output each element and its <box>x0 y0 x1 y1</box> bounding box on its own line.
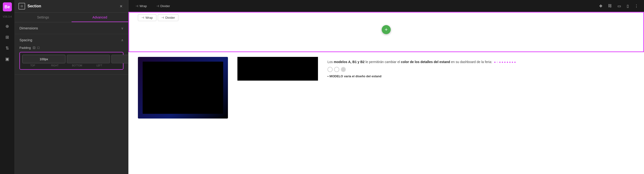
dot-2[interactable] <box>334 67 339 72</box>
canvas-topbar: ⊣ Wrap ⊣ Divider ✥ ⛓ ▭ ▯ ⋮ <box>128 0 644 12</box>
canvas-actions: ⊣ Wrap ⊣ Divider <box>138 14 178 21</box>
padding-label: Padding <box>20 46 31 50</box>
modelo-text: MODELO varía el diseño del estand <box>328 74 634 78</box>
tablet-icon[interactable]: ▭ <box>616 3 622 9</box>
spacing-content: Padding ⊡ □ 🔗 TOP RIGHT BOTTOM LEFT <box>15 46 128 74</box>
right-label: RIGHT <box>44 64 66 67</box>
grid-icon[interactable]: ⊞ <box>3 33 12 42</box>
black-rect <box>238 57 318 80</box>
bottom-label: BOTTOM <box>67 64 88 67</box>
divider-canvas-icon: ⊣ <box>161 16 164 20</box>
add-section-button[interactable]: + <box>382 25 391 34</box>
canvas-content: ⊣ Wrap ⊣ Divider + Los modelos A, B1 y B… <box>128 12 644 174</box>
icon-bar: Be V26.3.4 ⊕ ⊞ ⇅ ▣ <box>0 0 15 174</box>
sort-icon[interactable]: ⇅ <box>3 44 12 53</box>
wrap-canvas-icon: ⊣ <box>142 16 144 20</box>
padding-grid: 🔗 <box>22 55 120 63</box>
right-content: Los modelos A, B1 y B2 le permitirán cam… <box>328 57 634 169</box>
spacing-label: Spacing <box>20 38 32 42</box>
wrap-icon: ⊣ <box>136 4 138 8</box>
layers-icon[interactable]: ▣ <box>3 54 12 64</box>
tab-settings[interactable]: Settings <box>15 12 72 22</box>
move-icon[interactable]: ✥ <box>598 3 603 9</box>
canvas-topbar-left: ⊣ Wrap ⊣ Divider <box>133 3 172 9</box>
spacing-header[interactable]: Spacing ∧ <box>15 34 128 46</box>
dots-row <box>328 67 634 72</box>
wrap-button[interactable]: ⊣ Wrap <box>133 3 149 9</box>
close-button[interactable]: × <box>118 3 124 10</box>
wrap-label: Wrap <box>140 4 147 8</box>
link-chain-icon[interactable]: ⛓ <box>607 3 613 9</box>
dot-3[interactable] <box>341 67 346 72</box>
canvas-topbar-right: ✥ ⛓ ▭ ▯ ⋮ <box>598 3 639 9</box>
divider-icon: ⊣ <box>156 4 159 8</box>
dimensions-chevron: ∨ <box>121 26 124 30</box>
divider-button[interactable]: ⊣ Divider <box>154 3 172 9</box>
spacing-section: Spacing ∧ Padding ⊡ □ 🔗 TOP RIGHT <box>15 34 128 75</box>
settings-panel: ⊟ Section × Settings Advanced Dimensions… <box>15 0 128 174</box>
panel-tabs: Settings Advanced <box>15 12 128 22</box>
divider-label: Divider <box>160 4 170 8</box>
product-image <box>138 57 228 118</box>
dimensions-label: Dimensions <box>20 26 38 30</box>
padding-labels-row: TOP RIGHT BOTTOM LEFT <box>22 64 120 67</box>
padding-label-row: Padding ⊡ □ <box>20 46 124 50</box>
canvas-area: ⊣ Wrap ⊣ Divider ✥ ⛓ ▭ ▯ ⋮ ⊣ Wrap ⊣ <box>128 0 644 174</box>
description-text: Los modelos A, B1 y B2 le permitirán cam… <box>328 59 634 64</box>
dot-1[interactable] <box>328 67 333 72</box>
wrap-canvas-label: Wrap <box>146 16 153 20</box>
left-label: LEFT <box>89 64 110 67</box>
tab-advanced[interactable]: Advanced <box>72 12 128 22</box>
be-logo[interactable]: Be <box>3 2 12 12</box>
padding-inputs-wrapper: 🔗 TOP RIGHT BOTTOM LEFT <box>20 52 124 70</box>
top-label: TOP <box>22 64 43 67</box>
main-content: Los modelos A, B1 y B2 le permitirán cam… <box>128 52 644 174</box>
divider-canvas-button[interactable]: ⊣ Divider <box>158 14 178 21</box>
padding-right-input[interactable] <box>67 55 110 63</box>
divider-canvas-label: Divider <box>166 16 175 20</box>
padding-icon: ⊡ <box>33 46 36 50</box>
mobile-icon[interactable]: ▯ <box>626 3 630 9</box>
panel-header: ⊟ Section × <box>15 0 128 12</box>
section-icon: ⊟ <box>18 3 25 10</box>
padding-extra-icon: □ <box>38 46 39 50</box>
dimensions-header[interactable]: Dimensions ∨ <box>15 22 128 34</box>
more-options-icon[interactable]: ⋮ <box>634 3 639 9</box>
plus-circle-icon[interactable]: ⊕ <box>3 22 12 31</box>
dimensions-section: Dimensions ∨ <box>15 22 128 34</box>
wrap-canvas-button[interactable]: ⊣ Wrap <box>138 14 156 21</box>
spacing-chevron: ∧ <box>121 38 124 42</box>
padding-top-input[interactable] <box>22 55 66 63</box>
panel-title: Section <box>28 4 116 8</box>
version-text: V26.3.4 <box>3 15 12 18</box>
product-image-inner <box>143 62 223 114</box>
